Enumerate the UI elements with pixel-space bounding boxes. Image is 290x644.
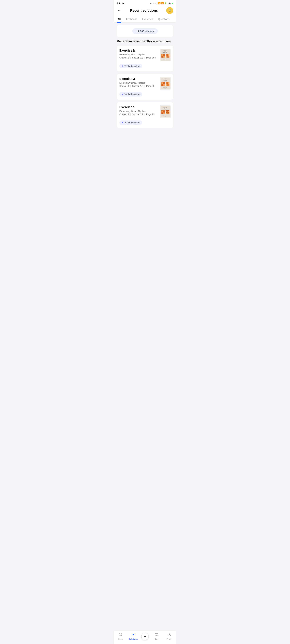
svg-rect-46 xyxy=(168,111,170,112)
solutions-count-text: 2,932 solutions xyxy=(138,30,155,32)
exercise-info: Exercise 3 Elementary Linear Algebra Cha… xyxy=(119,77,158,87)
svg-rect-24 xyxy=(164,82,165,84)
exercise-info: Exercise 1 Elementary Linear Algebra Cha… xyxy=(119,105,158,116)
svg-text:Howard Anton: Howard Anton xyxy=(163,116,167,116)
exercise-card-inner: Exercise 1 Elementary Linear Algebra Cha… xyxy=(119,105,171,118)
exercise-title: Exercise 1 xyxy=(119,105,158,109)
svg-rect-31 xyxy=(168,84,170,86)
battery-icon: 🔋 xyxy=(164,2,167,4)
svg-rect-28 xyxy=(166,82,168,84)
exercise-meta: Chapter 1 | Section 1.2 | Page 22 xyxy=(119,113,158,116)
page-title: Recent solutions xyxy=(130,8,158,12)
svg-rect-40 xyxy=(162,111,163,112)
svg-text:ELEMENTARY: ELEMENTARY xyxy=(163,78,168,80)
svg-rect-8 xyxy=(162,56,163,58)
svg-text:ALGEBRA: ALGEBRA xyxy=(164,80,167,81)
svg-text:WILEY: WILEY xyxy=(164,116,166,117)
lock-button[interactable]: 🔒 xyxy=(166,7,173,14)
tab-all[interactable]: All xyxy=(117,16,121,22)
book-cover: ELEMENTARY LINEAR ALGEBRA Howard Anton W… xyxy=(160,105,171,118)
status-right: 6.68 KB/s 📶 📶 🔋 95% xyxy=(150,2,173,4)
svg-text:ALGEBRA: ALGEBRA xyxy=(164,52,167,53)
verified-icon: ✦ xyxy=(122,93,124,96)
svg-rect-6 xyxy=(162,54,163,56)
svg-rect-48 xyxy=(168,112,170,114)
camera-icon: ▶ xyxy=(122,2,124,4)
tab-questions[interactable]: Questions xyxy=(158,16,170,22)
status-left: 9:21 ▶ xyxy=(117,2,124,4)
badge-icon: ✦ xyxy=(135,30,137,32)
exercise-book: Elementary Linear Algebra xyxy=(119,110,158,112)
svg-text:ALGEBRA: ALGEBRA xyxy=(164,109,167,110)
lock-icon: 🔒 xyxy=(168,9,172,12)
exercise-card[interactable]: Exercise 1 Elementary Linear Algebra Cha… xyxy=(117,102,173,128)
exercise-card[interactable]: Exercise 3 Elementary Linear Algebra Cha… xyxy=(117,74,173,100)
exercise-title: Exercise 3 xyxy=(119,77,158,81)
svg-rect-41 xyxy=(164,111,165,112)
solutions-badge: ✦ 2,932 solutions xyxy=(132,28,158,34)
svg-text:ELEMENTARY: ELEMENTARY xyxy=(163,50,168,51)
wifi-icon: 📶 xyxy=(161,2,164,4)
exercise-book: Elementary Linear Algebra xyxy=(119,53,158,56)
svg-rect-12 xyxy=(168,54,170,56)
svg-rect-43 xyxy=(164,112,165,114)
tab-textbooks[interactable]: Textbooks xyxy=(125,16,138,22)
green-dot xyxy=(172,3,173,4)
verified-badge: ✦ Verified solution xyxy=(119,120,142,125)
exercise-meta: Chapter 1 | Section 1.2 | Page 22 xyxy=(119,85,158,87)
main-content: ✦ 2,932 solutions Recently-viewed textbo… xyxy=(114,23,176,146)
verified-badge: ✦ Verified solution xyxy=(119,92,142,96)
svg-text:Howard Anton: Howard Anton xyxy=(163,87,167,88)
svg-rect-14 xyxy=(168,56,170,58)
verified-icon: ✦ xyxy=(122,122,124,124)
svg-rect-45 xyxy=(166,111,168,112)
verified-icon: ✦ xyxy=(122,65,124,67)
tab-exercises[interactable]: Exercises xyxy=(142,16,154,22)
svg-text:Howard Anton: Howard Anton xyxy=(163,59,167,60)
exercise-info: Exercise b Elementary Linear Algebra Cha… xyxy=(119,49,158,59)
network-speed: 6.68 KB/s xyxy=(150,2,158,4)
status-bar: 9:21 ▶ 6.68 KB/s 📶 📶 🔋 95% xyxy=(114,0,176,6)
svg-rect-29 xyxy=(168,82,170,84)
back-button[interactable]: ← xyxy=(117,8,122,13)
battery-percent: 95% xyxy=(168,2,171,4)
svg-rect-23 xyxy=(162,82,163,84)
svg-rect-30 xyxy=(166,84,168,86)
svg-rect-11 xyxy=(166,54,168,56)
book-cover: ELEMENTARY LINEAR ALGEBRA Howard Anton W… xyxy=(160,77,171,90)
verified-text: Verified solution xyxy=(124,122,140,124)
svg-rect-25 xyxy=(162,84,163,86)
header: ← Recent solutions 🔒 xyxy=(114,6,176,16)
exercise-title: Exercise b xyxy=(119,49,158,52)
svg-rect-42 xyxy=(162,112,163,114)
svg-text:WILEY: WILEY xyxy=(164,60,166,60)
svg-rect-26 xyxy=(164,84,165,86)
exercise-book: Elementary Linear Algebra xyxy=(119,82,158,84)
exercise-card-inner: Exercise b Elementary Linear Algebra Cha… xyxy=(119,49,171,61)
signal-icon: 📶 xyxy=(158,2,160,4)
verified-text: Verified solution xyxy=(124,93,140,96)
svg-text:ELEMENTARY: ELEMENTARY xyxy=(163,107,168,108)
exercise-card-inner: Exercise 3 Elementary Linear Algebra Cha… xyxy=(119,77,171,90)
book-cover: ELEMENTARY LINEAR ALGEBRA Howard Anton W… xyxy=(160,49,171,61)
verified-badge: ✦ Verified solution xyxy=(119,64,142,68)
svg-rect-7 xyxy=(164,54,165,56)
status-time: 9:21 xyxy=(117,2,122,4)
solutions-count-card: ✦ 2,932 solutions xyxy=(117,25,173,37)
svg-rect-13 xyxy=(166,56,168,58)
svg-rect-9 xyxy=(164,56,165,58)
svg-rect-47 xyxy=(166,112,168,114)
svg-text:WILEY: WILEY xyxy=(164,88,166,89)
exercise-meta: Chapter 3 | Section 3.3 | Page 163 xyxy=(119,56,158,59)
tabs-bar: All Textbooks Exercises Questions xyxy=(114,16,176,23)
exercise-card[interactable]: Exercise b Elementary Linear Algebra Cha… xyxy=(117,46,173,72)
verified-text: Verified solution xyxy=(124,65,140,67)
recent-section-heading: Recently-viewed textbook exercises xyxy=(117,40,173,43)
